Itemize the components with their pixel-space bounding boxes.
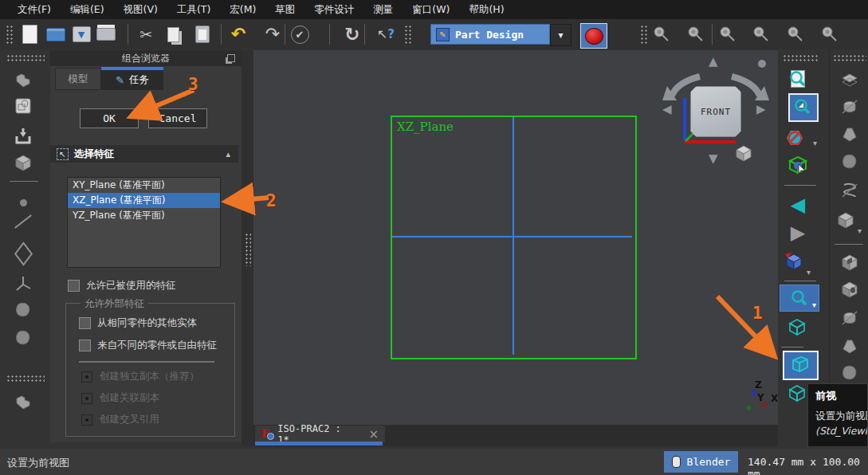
nav-cube-front-face[interactable]: FRONT xyxy=(690,86,741,137)
list-item-yz-plane[interactable]: YZ_Plane (基准平面) xyxy=(68,208,220,223)
create-sketch-button[interactable] xyxy=(11,95,35,117)
panel-titlebar[interactable]: 组合浏览器 xyxy=(50,50,242,66)
revolution-button[interactable] xyxy=(838,96,862,118)
menu-tools[interactable]: 工具(T) xyxy=(167,3,220,17)
hole-button[interactable] xyxy=(838,278,862,300)
toolbar-drag-handle[interactable] xyxy=(6,25,13,45)
cut-button[interactable]: ✂ xyxy=(135,23,157,45)
toolbar-drag-handle[interactable] xyxy=(6,54,45,61)
save-button[interactable]: ▼ xyxy=(70,23,92,45)
toolbar-drag-handle[interactable] xyxy=(404,25,411,45)
datum-line-button[interactable] xyxy=(11,210,35,233)
navigation-style-button[interactable]: Blender xyxy=(664,451,738,473)
box-element-selection-button[interactable] xyxy=(786,154,810,176)
undo-button[interactable]: ↶ xyxy=(227,23,249,45)
navigate-forward-button[interactable]: ▶ xyxy=(786,222,810,244)
ok-button[interactable]: OK xyxy=(80,108,139,128)
nav-down-arrow[interactable]: ▼ xyxy=(709,153,718,165)
menu-view[interactable]: 视图(V) xyxy=(114,3,167,17)
document-tab[interactable]: F ISO-PRAC2 : 1* × xyxy=(255,426,385,442)
zoom-dropdown-icon[interactable]: ▾ xyxy=(812,301,816,309)
allow-used-features-checkbox[interactable]: 允许已被使用的特征 xyxy=(68,279,176,292)
measure-clear-button[interactable] xyxy=(749,23,772,45)
other-parts-checkbox[interactable]: 来自不同的零件或自由特征 xyxy=(79,339,217,352)
local-cs-button[interactable] xyxy=(11,273,35,295)
workbench-selector[interactable]: ✎ Part Design xyxy=(430,24,550,45)
clipping-dropdown-icon[interactable]: ▾ xyxy=(813,139,817,147)
shape-binder-button[interactable] xyxy=(11,299,35,321)
groove-button[interactable] xyxy=(838,307,862,329)
tab-tasks[interactable]: ✎ 任务 xyxy=(101,67,163,90)
redo-button[interactable]: ↷ xyxy=(261,23,284,45)
list-item-xy-plane[interactable]: XY_Plane (基准平面) xyxy=(68,178,220,193)
paste-button[interactable] xyxy=(191,23,214,45)
clipping-plane-button[interactable] xyxy=(783,127,807,149)
validate-sketch-button[interactable]: ✔ xyxy=(289,23,311,45)
sweep-button[interactable] xyxy=(838,151,862,173)
3d-viewport[interactable]: XZ_Plane ▲ ◀ ▶ ▼ FRONT Z xyxy=(253,50,778,446)
nav-up-arrow[interactable]: ▲ xyxy=(709,56,718,68)
toolbar-drag-handle[interactable] xyxy=(640,25,647,45)
select-feature-header[interactable]: ↖ 选择特征 ▴ xyxy=(50,145,238,163)
measure-angular-button[interactable] xyxy=(684,23,706,45)
workbench-dropdown-button[interactable]: ▾ xyxy=(550,24,571,46)
primitive-box-button[interactable] xyxy=(835,210,858,232)
body-tools-button[interactable] xyxy=(11,391,35,413)
primitive-dropdown-icon[interactable]: ▾ xyxy=(858,227,862,235)
sub-shape-binder-button[interactable] xyxy=(11,327,35,349)
macro-record-button[interactable] xyxy=(580,23,607,49)
nav-left-arrow[interactable]: ◀ xyxy=(662,104,672,116)
measure-refresh-button[interactable] xyxy=(716,23,738,45)
menu-sketch[interactable]: 草图 xyxy=(265,3,304,17)
nav-settings-dot[interactable] xyxy=(758,60,766,68)
menu-window[interactable]: 窗口(W) xyxy=(403,3,459,17)
close-tab-icon[interactable]: × xyxy=(368,427,379,442)
measure-toggle-3d-button[interactable] xyxy=(818,23,840,45)
datum-plane-outline[interactable]: XZ_Plane xyxy=(391,116,637,359)
menu-part-design[interactable]: 零件设计 xyxy=(304,3,363,17)
create-body-button[interactable] xyxy=(11,69,35,91)
pocket-button[interactable] xyxy=(838,251,862,273)
cancel-button[interactable]: Cancel xyxy=(148,108,207,128)
top-view-button[interactable] xyxy=(786,383,810,405)
fit-selection-button[interactable] xyxy=(788,93,819,122)
other-solids-checkbox[interactable]: 从相同零件的其他实体 xyxy=(79,316,197,330)
axonometric-view-button[interactable] xyxy=(786,316,810,339)
nav-mini-cube-icon[interactable] xyxy=(734,143,755,164)
toolbar-drag-handle[interactable] xyxy=(6,375,45,382)
toolbar-drag-handle[interactable] xyxy=(783,54,819,61)
feature-list[interactable]: XY_Plane (基准平面) XZ_Plane (基准平面) YZ_Plane… xyxy=(67,177,221,268)
panel-splitter[interactable] xyxy=(242,50,253,446)
copy-button[interactable] xyxy=(162,23,184,45)
navigation-cube[interactable]: ▲ ◀ ▶ ▼ FRONT xyxy=(656,54,776,167)
measure-toggle-all-button[interactable] xyxy=(784,23,806,45)
float-panel-icon[interactable] xyxy=(227,54,235,62)
print-button[interactable] xyxy=(95,23,117,45)
pad-button[interactable] xyxy=(838,68,862,90)
refresh-button[interactable]: ↻ xyxy=(341,23,363,45)
zoom-tools-button[interactable]: ▾ xyxy=(780,285,819,312)
isometric-view-button[interactable] xyxy=(783,251,807,273)
isometric-dropdown-icon[interactable]: ▾ xyxy=(807,269,811,277)
menu-measure[interactable]: 测量 xyxy=(363,3,403,17)
helix-button[interactable] xyxy=(838,179,862,202)
datum-plane-button[interactable] xyxy=(11,242,35,265)
whats-this-button[interactable]: ↖ ? xyxy=(375,23,397,45)
list-item-xz-plane-selected[interactable]: XZ_Plane (基准平面) xyxy=(68,193,220,208)
tab-model[interactable]: 模型 xyxy=(55,68,101,90)
edit-sketch-button[interactable] xyxy=(11,151,35,174)
collapse-section-icon[interactable]: ▴ xyxy=(226,149,230,159)
menu-macro[interactable]: 宏(M) xyxy=(220,3,265,17)
nav-right-arrow[interactable]: ▶ xyxy=(756,104,766,116)
fit-all-button[interactable] xyxy=(786,68,810,90)
menu-edit[interactable]: 编辑(E) xyxy=(61,3,114,17)
front-view-button[interactable] xyxy=(783,351,819,380)
loft-button[interactable] xyxy=(838,123,862,145)
menu-help[interactable]: 帮助(H) xyxy=(459,3,513,17)
measure-linear-button[interactable] xyxy=(650,23,672,45)
new-document-button[interactable] xyxy=(18,23,41,45)
splitter-handle[interactable] xyxy=(245,233,251,266)
subtractive-sweep-button[interactable] xyxy=(838,362,862,384)
toolbar-drag-handle[interactable] xyxy=(833,54,866,61)
subtractive-loft-button[interactable] xyxy=(838,335,862,357)
